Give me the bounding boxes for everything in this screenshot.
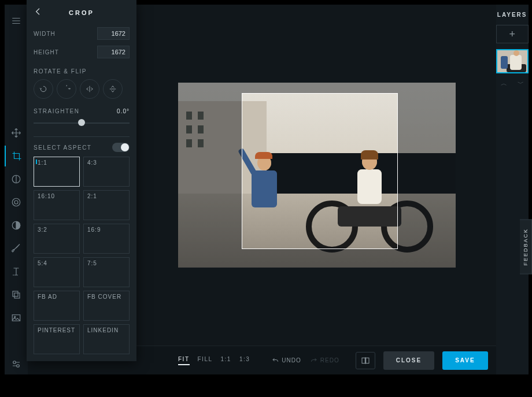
aspect-3-2[interactable]: 3:2 (34, 224, 80, 254)
aspect-grid: 1:1 4:3 16:10 2:1 3:2 16:9 5:4 7:5 FB AD… (34, 157, 130, 354)
rotate-cw-icon[interactable] (57, 79, 76, 99)
rotate-ccw-icon[interactable] (34, 79, 53, 99)
straighten-slider[interactable] (34, 118, 130, 128)
exposure-tool-icon[interactable] (5, 169, 28, 190)
aspect-1-1[interactable]: 1:1 (34, 157, 80, 187)
layer-thumbnail[interactable] (496, 49, 529, 73)
svg-point-1 (12, 198, 20, 206)
width-input[interactable] (97, 27, 130, 40)
flip-horizontal-icon[interactable] (80, 79, 99, 99)
straighten-label: STRAIGHTEN (34, 108, 79, 114)
aspect-5-4[interactable]: 5:4 (34, 257, 80, 287)
image-canvas[interactable] (178, 83, 456, 268)
zoom-mode-group: FIT FILL 1:1 1:3 (178, 356, 250, 365)
feedback-tab[interactable]: FEEDBACK (520, 220, 532, 274)
width-label: WIDTH (34, 31, 56, 37)
panel-title: CROP (45, 9, 118, 16)
brush-tool-icon[interactable] (5, 238, 28, 259)
image-tool-icon[interactable] (5, 307, 28, 328)
zoom-1-3[interactable]: 1:3 (239, 356, 250, 365)
close-button[interactable]: CLOSE (383, 351, 434, 370)
aspect-fb-ad[interactable]: FB AD (34, 291, 80, 321)
layers-title: LAYERS (497, 12, 527, 18)
contrast-tool-icon[interactable] (5, 215, 28, 236)
back-arrow-icon[interactable] (34, 7, 45, 18)
svg-rect-5 (14, 293, 20, 298)
add-layer-button[interactable]: + (496, 25, 529, 43)
zoom-fit[interactable]: FIT (178, 356, 190, 365)
aspect-linkedin[interactable]: LINKEDIN (83, 324, 130, 354)
flip-vertical-icon[interactable] (103, 79, 123, 99)
height-label: HEIGHT (34, 49, 59, 55)
rotate-flip-label: ROTATE & FLIP (34, 68, 130, 75)
height-input[interactable] (97, 46, 130, 58)
svg-rect-11 (365, 358, 368, 363)
layers-tool-icon[interactable] (5, 284, 28, 305)
layers-panel: LAYERS + ︿ ﹀ (496, 5, 529, 374)
text-tool-icon[interactable] (5, 261, 28, 282)
aspect-4-3[interactable]: 4:3 (83, 157, 130, 187)
layer-up-icon[interactable]: ︿ (501, 79, 507, 88)
select-aspect-label: SELECT ASPECT (34, 144, 91, 151)
svg-rect-10 (362, 358, 365, 363)
undo-label: UNDO (282, 357, 301, 363)
hamburger-menu-icon[interactable] (5, 10, 28, 31)
aspect-fb-cover[interactable]: FB COVER (83, 291, 130, 321)
zoom-1-1[interactable]: 1:1 (221, 356, 231, 365)
zoom-fill[interactable]: FILL (198, 356, 213, 365)
color-tool-icon[interactable] (5, 192, 28, 213)
crop-tool-icon[interactable] (5, 146, 28, 166)
crop-panel: CROP WIDTH HEIGHT ROTATE & FLIP STRAIGHT… (27, 0, 136, 361)
svg-point-9 (17, 365, 20, 368)
move-tool-icon[interactable] (5, 123, 28, 143)
layer-down-icon[interactable]: ﹀ (518, 79, 524, 88)
undo-button[interactable]: UNDO (272, 357, 301, 364)
settings-icon[interactable] (5, 354, 28, 374)
aspect-pinterest[interactable]: PINTEREST (34, 324, 80, 354)
save-button[interactable]: SAVE (442, 351, 488, 370)
aspect-16-10[interactable]: 16:10 (34, 190, 80, 220)
redo-label: REDO (320, 357, 339, 363)
redo-button[interactable]: REDO (311, 357, 339, 364)
compare-icon[interactable] (356, 352, 375, 369)
aspect-16-9[interactable]: 16:9 (83, 224, 130, 254)
straighten-value: 0.0° (117, 108, 130, 114)
aspect-lock-toggle[interactable] (112, 143, 130, 152)
svg-point-8 (13, 361, 16, 364)
left-toolbar (5, 5, 28, 374)
crop-bounding-box[interactable] (242, 93, 398, 249)
aspect-7-5[interactable]: 7:5 (83, 257, 130, 287)
svg-point-2 (14, 201, 18, 204)
svg-rect-4 (13, 291, 18, 296)
aspect-2-1[interactable]: 2:1 (83, 190, 130, 220)
